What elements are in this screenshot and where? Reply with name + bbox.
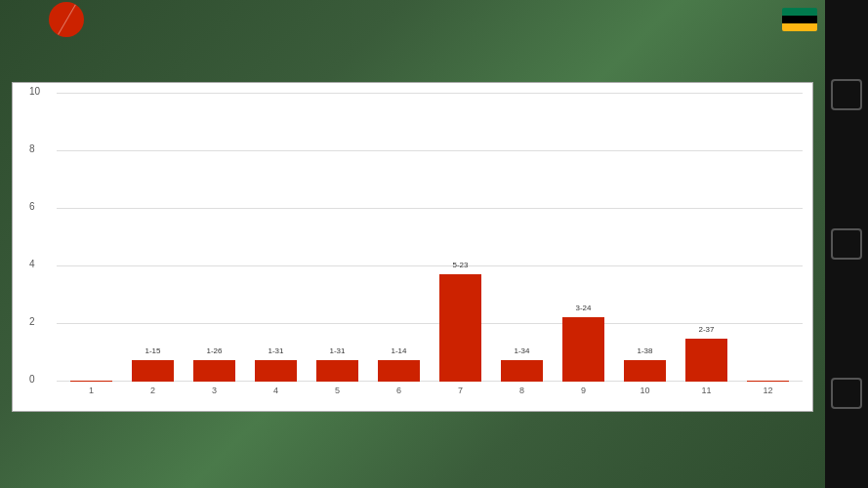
x-tick-12: 12 [763, 386, 772, 395]
bar-label-10: 1-38 [637, 346, 652, 355]
bar-label-9: 3-24 [575, 304, 591, 312]
x-tick-2: 2 [150, 386, 155, 395]
bar-innings-9: 3-24 [562, 317, 604, 382]
bar-label-8: 1-34 [514, 346, 529, 355]
bar-group-11: 2-3711 [677, 93, 736, 382]
bar-innings-7: 5-23 [439, 274, 481, 382]
chart-grid: 10 8 6 4 2 0 11-1521-2631-3141-3151-1465… [57, 93, 803, 382]
x-tick-9: 9 [581, 386, 586, 395]
x-tick-8: 8 [519, 386, 524, 395]
bar-label-7: 5-23 [452, 261, 468, 269]
bar-innings-6: 1-14 [378, 360, 420, 382]
square-button[interactable] [831, 79, 862, 110]
x-tick-3: 3 [212, 386, 217, 395]
bar-label-5: 1-31 [329, 346, 345, 355]
chart-inner: 10 8 6 4 2 0 11-1521-2631-3141-3151-1465… [12, 82, 813, 412]
x-tick-11: 11 [701, 386, 711, 395]
bar-label-2: 1-15 [145, 346, 160, 355]
bar-group-10: 1-3810 [615, 93, 675, 382]
bar-label-11: 2-37 [698, 325, 714, 334]
bar-group-3: 1-263 [185, 93, 244, 382]
x-tick-10: 10 [640, 386, 649, 395]
bar-innings-4: 1-31 [255, 360, 297, 382]
bar-innings-5: 1-31 [316, 360, 358, 382]
bar-innings-3: 1-26 [193, 360, 235, 382]
back-button-right[interactable] [831, 378, 862, 409]
bar-innings-1 [70, 381, 112, 382]
circle-button[interactable] [831, 228, 862, 260]
x-tick-4: 4 [273, 386, 278, 395]
x-tick-1: 1 [89, 386, 94, 395]
bar-innings-8: 1-34 [501, 360, 543, 382]
flag-south-africa [782, 8, 817, 31]
bar-innings-10: 1-38 [624, 360, 666, 382]
bar-innings-11: 2-37 [685, 339, 727, 382]
bar-label-6: 1-14 [391, 346, 406, 355]
bar-label-3: 1-26 [206, 346, 222, 355]
bar-group-12: 12 [738, 93, 798, 382]
bar-group-8: 1-348 [492, 93, 552, 382]
main-container: 🛡 ✏ [0, 0, 868, 488]
x-tick-7: 7 [458, 386, 463, 395]
bar-innings-12 [747, 381, 789, 382]
bar-group-1: 1 [62, 93, 121, 382]
ball-icon [49, 2, 84, 37]
x-tick-6: 6 [396, 386, 401, 395]
bar-label-4: 1-31 [268, 346, 283, 355]
bar-group-5: 1-315 [308, 93, 367, 382]
bar-group-2: 1-152 [123, 93, 183, 382]
bar-group-9: 3-249 [554, 93, 613, 382]
bar-group-7: 5-237 [431, 93, 490, 382]
bar-group-4: 1-314 [246, 93, 306, 382]
x-tick-5: 5 [335, 386, 340, 395]
bars-area: 11-1521-2631-3141-3151-1465-2371-3483-24… [57, 93, 803, 382]
right-panel [825, 0, 868, 488]
chart-container: 10 8 6 4 2 0 11-1521-2631-3141-3151-1465… [0, 74, 825, 416]
bar-group-6: 1-146 [369, 93, 429, 382]
bar-innings-2: 1-15 [132, 360, 174, 382]
